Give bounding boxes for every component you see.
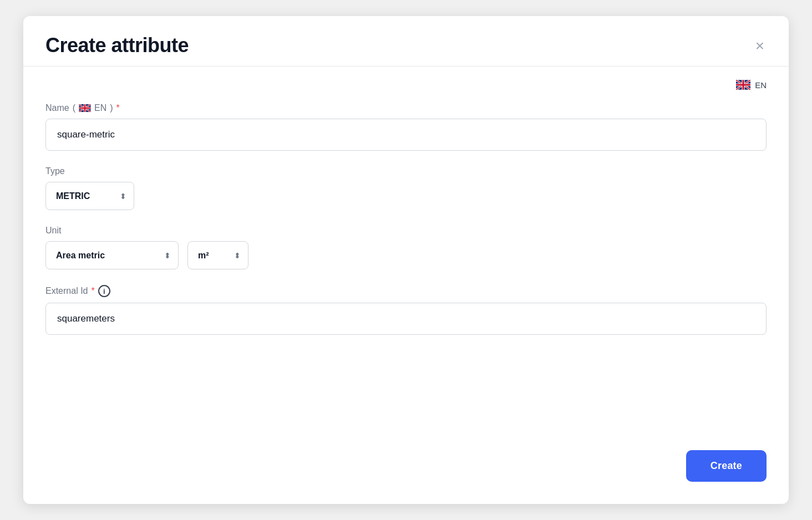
unit-value-select[interactable]: m² cm² km²	[187, 241, 248, 269]
name-uk-flag-icon	[79, 104, 91, 112]
name-field-label: Name ( EN ) *	[45, 103, 767, 113]
create-attribute-modal: Create attribute × EN Name ( EN )	[23, 16, 789, 504]
unit-category-select-wrapper: Area metric Length metric Weight metric …	[45, 241, 179, 269]
unit-category-select[interactable]: Area metric Length metric Weight metric	[45, 241, 179, 269]
type-field-label: Type	[45, 166, 767, 176]
external-id-required-star: *	[91, 286, 94, 296]
unit-field-label: Unit	[45, 226, 767, 236]
type-select-wrapper: METRIC TEXT NUMBER DATE ⬍	[45, 182, 134, 210]
external-id-input[interactable]	[45, 303, 767, 335]
language-code-label: EN	[755, 80, 767, 90]
unit-field-section: Unit Area metric Length metric Weight me…	[45, 226, 767, 269]
name-field-section: Name ( EN ) *	[45, 103, 767, 151]
modal-header: Create attribute ×	[45, 34, 767, 57]
name-label-text: Name	[45, 103, 69, 113]
name-lang-code: EN	[94, 103, 106, 113]
language-selector: EN	[45, 80, 767, 90]
name-paren-open: (	[73, 103, 75, 113]
external-id-info-icon[interactable]: i	[98, 285, 110, 297]
name-input[interactable]	[45, 119, 767, 151]
type-field-section: Type METRIC TEXT NUMBER DATE ⬍	[45, 166, 767, 210]
uk-flag-icon	[736, 80, 750, 90]
external-id-field-section: External Id * i	[45, 285, 767, 335]
unit-value-select-wrapper: m² cm² km² ⬍	[187, 241, 248, 269]
unit-label-text: Unit	[45, 226, 61, 236]
create-button[interactable]: Create	[686, 450, 767, 482]
close-button[interactable]: ×	[753, 36, 767, 56]
unit-row: Area metric Length metric Weight metric …	[45, 241, 767, 269]
external-id-field-label: External Id * i	[45, 285, 767, 297]
type-label-text: Type	[45, 166, 65, 176]
name-required-star: *	[116, 103, 120, 113]
modal-title: Create attribute	[45, 34, 189, 57]
name-paren-close: )	[110, 103, 113, 113]
header-divider	[23, 66, 789, 67]
type-select[interactable]: METRIC TEXT NUMBER DATE	[45, 182, 134, 210]
external-id-label-text: External Id	[45, 286, 88, 296]
modal-footer: Create	[45, 437, 767, 482]
